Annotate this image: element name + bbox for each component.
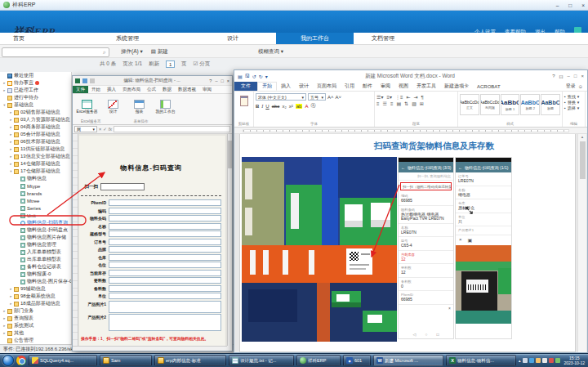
tree-item[interactable]: 物料信息-扫码查询 bbox=[0, 219, 71, 226]
scrollbar-thumb[interactable] bbox=[228, 141, 232, 168]
tray-icon[interactable] bbox=[555, 358, 560, 363]
field-input[interactable] bbox=[109, 208, 221, 214]
tree-arrow-icon[interactable]: ▸ bbox=[8, 118, 14, 122]
tree-item[interactable]: ▾基础信息 bbox=[0, 101, 71, 109]
maximize-icon[interactable]: □ bbox=[220, 78, 223, 83]
taskbar-button[interactable]: W新建 Microsoft ... bbox=[373, 355, 443, 366]
ribbon-button[interactable]: 我的工作台 bbox=[154, 96, 177, 117]
tree-arrow-icon[interactable]: ▾ bbox=[2, 103, 7, 107]
tree-item[interactable]: ▸查询报表 bbox=[0, 315, 71, 322]
chrome-icon[interactable] bbox=[16, 356, 26, 365]
tree-item[interactable]: 物料信息图片存储 bbox=[0, 234, 71, 241]
outdent-icon[interactable]: ⇤ bbox=[406, 94, 410, 100]
fuzzy-search-dropdown[interactable]: 模糊查询 ▾ bbox=[258, 48, 283, 56]
tree-item[interactable]: brands bbox=[0, 190, 71, 197]
help-icon[interactable]: ? bbox=[209, 78, 212, 83]
tree-arrow-icon[interactable]: ▸ bbox=[8, 287, 14, 291]
ribbon-tab[interactable]: 开始 bbox=[88, 86, 104, 93]
field-input[interactable] bbox=[109, 285, 221, 292]
font-name-select[interactable]: 宋体 (中文正文)▾ bbox=[256, 93, 306, 101]
style-swatch[interactable]: AaBbCcDd正文 bbox=[460, 94, 479, 115]
tree-item[interactable]: 物料信息-扫码盘点 bbox=[0, 226, 71, 234]
tray-icon[interactable] bbox=[529, 358, 534, 363]
tree-item[interactable]: 物料信息-图片保存-0 bbox=[0, 278, 71, 285]
tree-arrow-icon[interactable]: ▸ bbox=[8, 110, 14, 114]
close-icon[interactable]: × bbox=[581, 2, 585, 8]
sign-in-button[interactable]: 登录 ☺ bbox=[566, 82, 587, 91]
tree-item[interactable]: 物料信息管理 bbox=[0, 241, 71, 248]
tree-arrow-icon[interactable]: ▸ bbox=[8, 154, 14, 159]
ribbon-button[interactable]: Excel服务器 bbox=[75, 96, 99, 117]
tree-item[interactable]: ▸18成品部基础信息 bbox=[0, 300, 71, 307]
tree-item[interactable]: ▸03人力资源部基础信息 bbox=[0, 116, 71, 123]
tree-item[interactable]: 备料仓位记录表 bbox=[0, 263, 71, 271]
tree-item[interactable]: ▸06技术部基础信息 bbox=[0, 138, 71, 145]
pager-refresh-button[interactable]: 刷新 bbox=[149, 60, 159, 68]
subscript-icon[interactable]: x₂ bbox=[282, 104, 286, 109]
excel-vertical-scrollbar[interactable] bbox=[227, 134, 232, 346]
ribbon-tab[interactable]: 公式 bbox=[144, 86, 159, 93]
field-input[interactable] bbox=[109, 262, 221, 268]
enter-icon[interactable]: ✓ bbox=[103, 127, 107, 132]
tree-item[interactable]: Series bbox=[0, 204, 71, 212]
tree-item[interactable]: ▸待办事宜 bbox=[0, 79, 71, 87]
field-input[interactable] bbox=[109, 314, 221, 331]
style-swatch[interactable]: AaBbCcDd无间隔 bbox=[480, 94, 500, 115]
ribbon-tab[interactable]: 新建选项卡 bbox=[440, 82, 473, 91]
align-left-icon[interactable]: ≡ bbox=[376, 101, 380, 106]
paste-icon[interactable] bbox=[240, 96, 248, 106]
tree-item[interactable]: 最近使用 bbox=[0, 72, 71, 79]
maximize-icon[interactable]: □ bbox=[574, 74, 577, 79]
indent-icon[interactable]: ⇥ bbox=[413, 94, 417, 100]
ribbon-tab[interactable]: 文件 bbox=[234, 82, 257, 91]
pilcrow-icon[interactable]: ¶ bbox=[421, 95, 423, 100]
ribbon-tab[interactable]: 开发工具 bbox=[412, 82, 440, 91]
field-input[interactable] bbox=[109, 277, 221, 284]
ribbon-tab[interactable]: 引用 bbox=[341, 82, 359, 91]
taskbar-button[interactable]: X物料信息-物料信... bbox=[446, 355, 516, 366]
tree-arrow-icon[interactable]: ▸ bbox=[8, 125, 14, 129]
tree-item[interactable]: ▸02销售部基础信息 bbox=[0, 109, 71, 116]
font-size-select[interactable]: 五号▾ bbox=[308, 93, 326, 101]
minimize-icon[interactable]: – bbox=[556, 2, 559, 8]
tree-item[interactable]: ▸05会计部基础信息 bbox=[0, 131, 71, 138]
word-vertical-scrollbar[interactable]: ▴ bbox=[577, 134, 586, 352]
justify-icon[interactable]: ▤ bbox=[396, 101, 401, 106]
formula-input[interactable] bbox=[114, 126, 230, 132]
taskbar-button[interactable]: SQLQuery4.sq... bbox=[29, 355, 97, 366]
ribbon-tab[interactable]: 审阅 bbox=[376, 82, 394, 91]
tree-item[interactable]: 入库单单独型表 bbox=[0, 248, 71, 256]
undo-icon[interactable] bbox=[90, 78, 95, 83]
redo-icon[interactable]: ↻ bbox=[259, 74, 263, 79]
tray-icon[interactable] bbox=[542, 358, 547, 363]
excel-horizontal-scrollbar[interactable] bbox=[73, 346, 227, 351]
tree-item[interactable]: ▸其他 bbox=[0, 329, 71, 337]
tree-item[interactable]: ▸系统测试 bbox=[0, 322, 71, 329]
tray-icon[interactable] bbox=[549, 358, 554, 363]
field-input[interactable] bbox=[109, 230, 221, 237]
tree-arrow-icon[interactable]: ▸ bbox=[8, 162, 14, 166]
action-menu-button[interactable]: 操作(A) ▾ bbox=[121, 48, 143, 56]
tree-item[interactable]: ▸部门业务 bbox=[0, 307, 71, 315]
superscript-icon[interactable]: x² bbox=[289, 104, 293, 109]
tree-item[interactable]: ▸99辅助信息 bbox=[0, 285, 71, 293]
tree-item[interactable]: 出库单单独型表 bbox=[0, 256, 71, 263]
nav-tab[interactable]: 文档管理 bbox=[363, 33, 403, 44]
nav-tab[interactable]: 我的工作台 bbox=[276, 33, 354, 44]
ribbon-tab[interactable]: ACROBAT bbox=[473, 82, 505, 91]
tree-arrow-icon[interactable]: ▸ bbox=[2, 316, 7, 320]
tree-arrow-icon[interactable]: ▸ bbox=[2, 331, 7, 335]
tree-arrow-icon[interactable]: ▸ bbox=[2, 81, 7, 85]
tray-expand-icon[interactable]: ▴ bbox=[519, 358, 521, 363]
ribbon-tab[interactable]: 插入 bbox=[104, 86, 119, 93]
minimize-icon[interactable]: – bbox=[215, 78, 217, 83]
align-center-icon[interactable]: ☰ bbox=[383, 101, 387, 106]
tree-arrow-icon[interactable]: ▸ bbox=[8, 147, 14, 151]
tree-arrow-icon[interactable]: ▸ bbox=[8, 302, 14, 306]
taskbar-button[interactable]: 祥科ERP bbox=[296, 355, 341, 366]
editing-item[interactable]: ▪查找▾ bbox=[564, 94, 583, 99]
taskbar-clock[interactable]: 15:15 2023-10-12 bbox=[562, 356, 588, 365]
field-input[interactable] bbox=[109, 223, 221, 230]
tree-item[interactable]: ▸13信息安全部基础信息 bbox=[0, 153, 71, 160]
tree-arrow-icon[interactable]: ▸ bbox=[8, 294, 14, 298]
